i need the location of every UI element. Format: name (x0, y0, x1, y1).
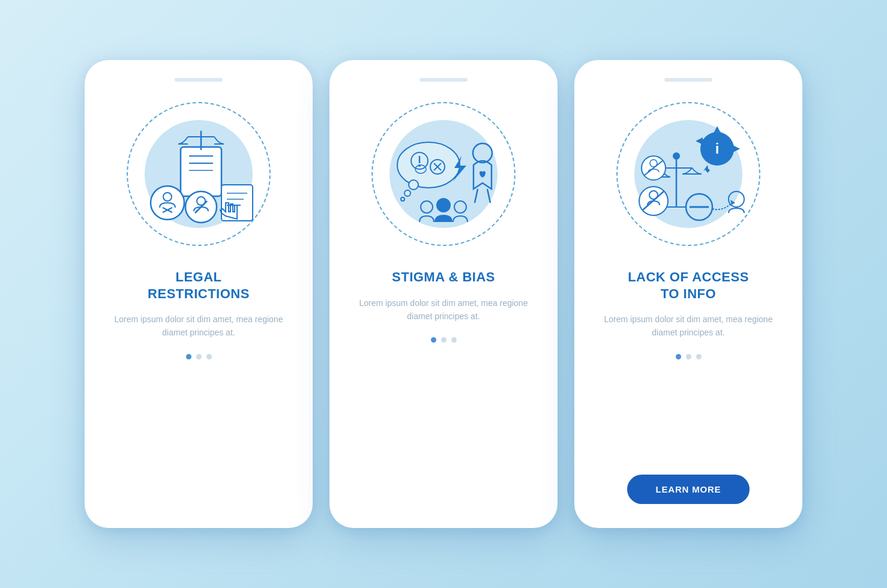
svg-point-34 (436, 198, 451, 212)
dot-3-3 (696, 354, 702, 359)
phone-1-title: LEGALRESTRICTIONS (148, 269, 250, 302)
dot-3-2 (686, 354, 691, 359)
svg-point-24 (404, 190, 410, 196)
phone-1-dots (186, 354, 212, 359)
svg-point-19 (473, 143, 492, 163)
svg-point-23 (409, 180, 418, 190)
svg-point-33 (421, 201, 433, 213)
svg-point-22 (397, 142, 460, 188)
phone-2: STIGMA & BIAS Lorem ipsum dolor sit dim … (329, 60, 558, 528)
svg-point-49 (729, 191, 744, 207)
svg-text:i: i (715, 140, 720, 157)
dot-2-2 (441, 337, 447, 343)
svg-point-25 (401, 197, 404, 201)
dot-2-1 (431, 337, 436, 343)
dot-2-3 (451, 337, 457, 343)
svg-rect-0 (181, 147, 221, 196)
svg-point-35 (454, 201, 466, 213)
phone-2-title: STIGMA & BIAS (392, 269, 495, 286)
dot-3-1 (676, 354, 681, 359)
phone-notch-3 (664, 78, 712, 82)
phone-notch-2 (419, 78, 468, 82)
phone-1: LEGALRESTRICTIONS Lorem ipsum dolor sit … (85, 60, 313, 528)
svg-marker-50 (730, 200, 735, 205)
dot-1-1 (186, 354, 191, 359)
learn-more-button[interactable]: LEARN MORE (627, 475, 750, 504)
phone-notch-1 (175, 78, 223, 82)
illustration-legal (121, 96, 277, 252)
phone-1-description: Lorem ipsum dolor sit dim amet, mea regi… (103, 313, 295, 340)
illustration-stigma (365, 96, 522, 252)
phones-container: LEGALRESTRICTIONS Lorem ipsum dolor sit … (61, 36, 826, 552)
dot-1-2 (196, 354, 202, 359)
svg-point-41 (673, 152, 680, 160)
svg-line-20 (475, 189, 478, 203)
dot-1-3 (206, 354, 212, 359)
svg-line-21 (487, 189, 490, 203)
phone-3-description: Lorem ipsum dolor sit dim amet, mea regi… (592, 313, 784, 340)
phone-3-dots (676, 354, 702, 359)
phone-2-description: Lorem ipsum dolor sit dim amet, mea regi… (347, 296, 540, 323)
phone-3: i (574, 60, 802, 528)
phone-2-dots (431, 337, 457, 343)
illustration-info: i (610, 96, 766, 252)
phone-3-title: LACK OF ACCESSTO INFO (628, 269, 749, 302)
